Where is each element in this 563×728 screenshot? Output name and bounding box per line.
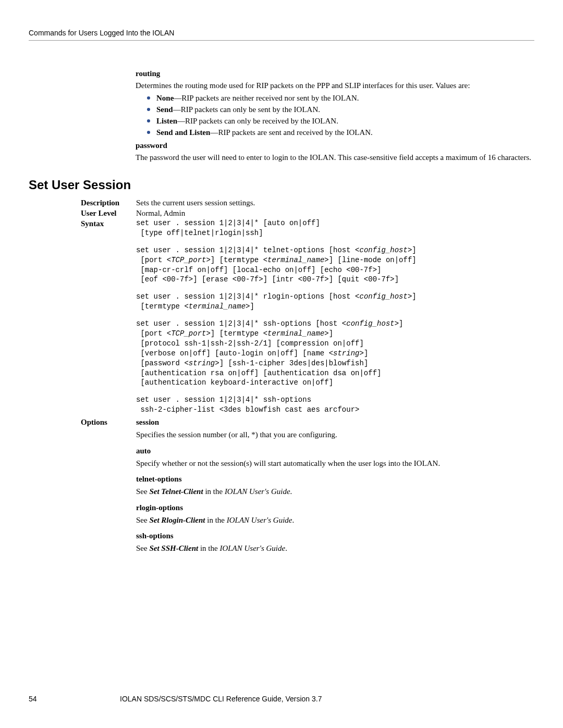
ref-title: Set SSH-Client <box>149 544 198 552</box>
syntax-frag: >] <box>359 349 368 357</box>
option-session-title: session <box>136 417 540 427</box>
option-auto-title: auto <box>136 446 540 456</box>
page-header: Commands for Users Logged Into the IOLAN <box>29 29 534 37</box>
syntax-block-4: set user . session 1|2|3|4|* ssh-options… <box>136 319 540 388</box>
bold-label: Send and Listen <box>156 128 210 137</box>
syntax-line: [authentication rsa on|off] [authenticat… <box>136 369 381 377</box>
definition-table: Description Sets the current users sessi… <box>81 198 540 556</box>
syntax-frag: >] [termtype < <box>206 256 267 264</box>
item-text: —RIP packets are sent and received by th… <box>210 128 372 137</box>
syntax-block-2: set user . session 1|2|3|4|* telnet-opti… <box>136 245 540 285</box>
item-text: —RIP packets can only be received by the… <box>177 117 338 125</box>
option-session-body: Specifies the session number (or all, *)… <box>136 429 540 440</box>
label-description: Description <box>81 198 133 208</box>
text-frag: in the <box>205 516 227 524</box>
ref-title: Set Rlogin-Client <box>149 516 205 524</box>
routing-item-none: None—RIP packets are neither received no… <box>147 93 537 104</box>
syntax-line: [map-cr-crlf on|off] [local-echo on|off]… <box>136 266 381 274</box>
body-description: Sets the current users session settings. <box>136 198 540 208</box>
syntax-param: terminal_name <box>267 256 324 264</box>
text-frag: . <box>290 487 292 496</box>
text-frag: See <box>136 544 149 552</box>
syntax-param: config_host <box>346 319 394 328</box>
syntax-line: set user . session 1|2|3|4|* [auto on|of… <box>136 219 320 227</box>
option-ssh-body: See Set SSH-Client in the IOLAN User's G… <box>136 543 540 553</box>
routing-title: routing <box>136 69 537 78</box>
syntax-line: ssh-2-cipher-list <3des blowfish cast ae… <box>136 405 359 414</box>
page-footer: 54 IOLAN SDS/SCS/STS/MDC CLI Reference G… <box>29 695 534 703</box>
option-telnet-body: See Set Telnet-Client in the IOLAN User'… <box>136 486 540 497</box>
syntax-frag: >] <box>246 302 254 311</box>
syntax-param: string <box>189 359 215 367</box>
syntax-param: terminal_name <box>189 302 246 311</box>
syntax-param: TCP_port <box>171 329 206 338</box>
text-frag: . <box>292 516 295 524</box>
text-frag: See <box>136 487 149 496</box>
header-rule <box>29 40 534 41</box>
syntax-line: [authentication keyboard-interactive on|… <box>136 378 333 387</box>
syntax-line: [eof <00-7f>] [erase <00-7f>] [intr <00-… <box>136 275 399 283</box>
option-rlogin-body: See Set Rlogin-Client in the IOLAN User'… <box>136 515 540 525</box>
option-ssh-title: ssh-options <box>136 530 540 541</box>
bold-label: Send <box>156 105 173 114</box>
syntax-frag: >] <box>324 329 333 338</box>
syntax-block-3: set user . session 1|2|3|4|* rlogin-opti… <box>136 292 540 312</box>
syntax-frag: [termtype < <box>136 302 189 311</box>
syntax-param: TCP_port <box>171 256 206 264</box>
syntax-frag: >] [line-mode on|off] <box>324 256 416 264</box>
syntax-line: [type off|telnet|rlogin|ssh] <box>136 229 263 237</box>
item-text: —RIP packets can only be sent by the IOL… <box>173 105 320 114</box>
password-title: password <box>136 141 537 150</box>
label-syntax: Syntax <box>81 218 133 417</box>
body-options: session Specifies the session number (or… <box>136 417 540 556</box>
syntax-frag: set user . session 1|2|3|4|* ssh-options… <box>136 319 346 328</box>
routing-section: routing Determines the routing mode used… <box>136 69 537 163</box>
routing-item-listen: Listen—RIP packets can only be received … <box>147 116 537 127</box>
syntax-param: config_host <box>359 246 407 254</box>
text-frag: in the <box>198 544 219 552</box>
ref-title: Set Telnet-Client <box>149 487 203 496</box>
syntax-frag: >] <box>408 246 417 254</box>
syntax-frag: [port < <box>136 329 171 338</box>
syntax-frag: set user . session 1|2|3|4|* rlogin-opti… <box>136 292 359 301</box>
syntax-line: [protocol ssh-1|ssh-2|ssh-2/1] [compress… <box>136 339 364 348</box>
syntax-frag: >] <box>395 319 403 328</box>
syntax-frag: >] [ssh-1-cipher 3des|des|blowfish] <box>215 359 368 367</box>
routing-item-send: Send—RIP packets can only be sent by the… <box>147 104 537 116</box>
routing-list: None—RIP packets are neither received no… <box>136 93 537 138</box>
bold-label: None <box>156 94 174 102</box>
syntax-frag: [port < <box>136 256 171 264</box>
text-frag: in the <box>203 487 225 496</box>
syntax-param: string <box>333 349 359 357</box>
text-frag: . <box>285 544 287 552</box>
ref-guide: IOLAN User's Guide <box>227 516 292 524</box>
option-auto-body: Specify whether or not the session(s) wi… <box>136 458 540 468</box>
syntax-line: set user . session 1|2|3|4|* ssh-options <box>136 396 311 404</box>
bold-label: Listen <box>156 117 177 125</box>
syntax-frag: [password < <box>136 359 189 367</box>
section-title: Set User Session <box>29 178 534 192</box>
syntax-frag: set user . session 1|2|3|4|* telnet-opti… <box>136 246 359 254</box>
ref-guide: IOLAN User's Guide <box>219 544 285 552</box>
option-telnet-title: telnet-options <box>136 474 540 484</box>
label-options: Options <box>81 417 133 556</box>
label-user-level: User Level <box>81 208 133 218</box>
body-user-level: Normal, Admin <box>136 208 540 218</box>
syntax-block-1: set user . session 1|2|3|4|* [auto on|of… <box>136 218 540 238</box>
syntax-param: terminal_name <box>267 329 324 338</box>
routing-intro: Determines the routing mode used for RIP… <box>136 80 537 91</box>
text-frag: See <box>136 516 149 524</box>
syntax-block-5: set user . session 1|2|3|4|* ssh-options… <box>136 395 540 415</box>
option-rlogin-title: rlogin-options <box>136 502 540 513</box>
routing-item-send-listen: Send and Listen—RIP packets are sent and… <box>147 127 537 139</box>
password-body: The password the user will need to enter… <box>136 152 537 163</box>
item-text: —RIP packets are neither received nor se… <box>174 94 359 102</box>
syntax-param: config_host <box>359 292 407 301</box>
syntax-frag: >] [termtype < <box>206 329 267 338</box>
footer-page-number: 54 <box>29 695 120 703</box>
syntax-frag: [verbose on|off] [auto-login on|off] [na… <box>136 349 333 357</box>
ref-guide: IOLAN User's Guide <box>225 487 290 496</box>
body-syntax: set user . session 1|2|3|4|* [auto on|of… <box>136 218 540 417</box>
footer-title: IOLAN SDS/SCS/STS/MDC CLI Reference Guid… <box>120 695 534 703</box>
syntax-frag: >] <box>408 292 417 301</box>
